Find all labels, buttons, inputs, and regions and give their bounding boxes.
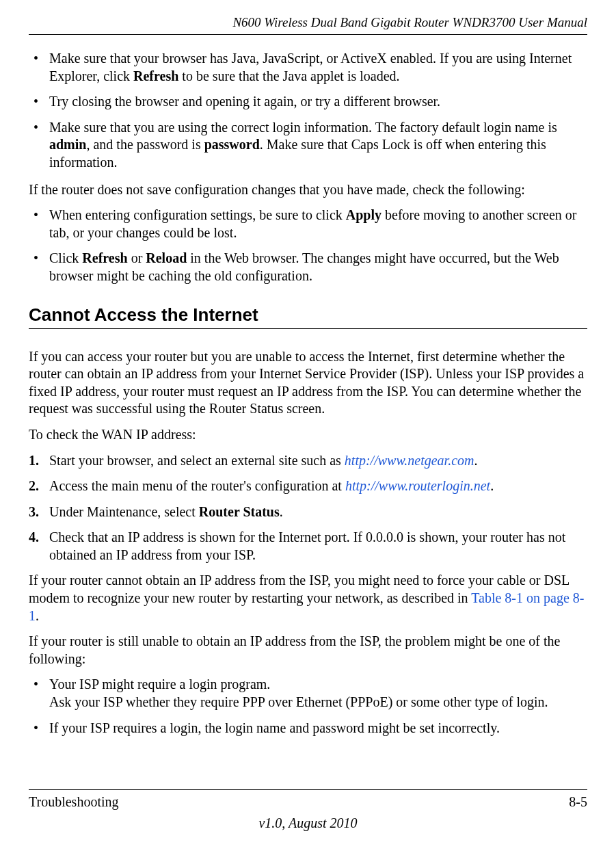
text: When entering configuration settings, be…: [49, 207, 346, 222]
bullet-item: Try closing the browser and opening it a…: [29, 93, 587, 111]
step-number: 3.: [29, 503, 39, 521]
paragraph: If you can access your router but you ar…: [29, 348, 587, 418]
bullet-list-3: Your ISP might require a login program. …: [29, 676, 587, 737]
bold-text: Router Status: [199, 504, 280, 519]
text: .: [490, 478, 494, 493]
page-footer: Troubleshooting 8-5 v1.0, August 2010: [29, 789, 587, 831]
footer-version: v1.0, August 2010: [29, 815, 587, 831]
bold-text: admin: [49, 137, 86, 152]
text: Your ISP might require a login program.: [49, 677, 270, 692]
text: Ask your ISP whether they require PPP ov…: [49, 694, 548, 709]
section-heading: Cannot Access the Internet: [29, 304, 587, 326]
step-number: 1.: [29, 452, 39, 470]
header-title: N600 Wireless Dual Band Gigabit Router W…: [29, 15, 587, 30]
bullet-item: Your ISP might require a login program. …: [29, 676, 587, 711]
header-divider: [29, 34, 587, 35]
bullet-item: If your ISP requires a login, the login …: [29, 720, 587, 737]
bold-text: Reload: [146, 250, 187, 265]
text: Under Maintenance, select: [49, 504, 199, 519]
bold-text: Refresh: [133, 68, 178, 83]
bullet-list-1: Make sure that your browser has Java, Ja…: [29, 50, 587, 172]
list-item: 1. Start your browser, and select an ext…: [29, 452, 587, 470]
text: Access the main menu of the router's con…: [49, 478, 345, 493]
bullet-list-2: When entering configuration settings, be…: [29, 207, 587, 285]
text: .: [280, 504, 283, 519]
paragraph: To check the WAN IP address:: [29, 426, 587, 444]
footer-chapter: Troubleshooting: [29, 794, 119, 810]
text: Start your browser, and select an extern…: [49, 453, 345, 468]
hyperlink[interactable]: http://www.routerlogin.net: [345, 478, 490, 493]
text: .: [474, 453, 477, 468]
text: Make sure that you are using the correct…: [49, 120, 557, 135]
text: .: [36, 608, 39, 623]
step-number: 2.: [29, 477, 39, 495]
paragraph: If your router is still unable to obtain…: [29, 633, 587, 668]
bullet-item: When entering configuration settings, be…: [29, 207, 587, 241]
text: to be sure that the Java applet is loade…: [178, 68, 399, 83]
step-number: 4.: [29, 529, 39, 547]
list-item: 3. Under Maintenance, select Router Stat…: [29, 503, 587, 521]
section-divider: [29, 328, 587, 329]
text: or: [128, 250, 146, 265]
list-item: 2. Access the main menu of the router's …: [29, 477, 587, 495]
list-item: 4. Check that an IP address is shown for…: [29, 529, 587, 564]
text: Click: [49, 250, 82, 265]
text: , and the password is: [86, 137, 204, 152]
footer-page-number: 8-5: [569, 794, 587, 810]
numbered-list: 1. Start your browser, and select an ext…: [29, 452, 587, 564]
paragraph: If the router does not save configuratio…: [29, 181, 587, 199]
text: If your ISP requires a login, the login …: [49, 720, 500, 735]
bullet-item: Make sure that your browser has Java, Ja…: [29, 50, 587, 85]
hyperlink[interactable]: http://www.netgear.com: [345, 453, 474, 468]
bold-text: password: [204, 137, 260, 152]
paragraph: If your router cannot obtain an IP addre…: [29, 572, 587, 625]
bullet-item: Click Refresh or Reload in the Web brows…: [29, 250, 587, 285]
text: Check that an IP address is shown for th…: [49, 529, 565, 562]
text: Try closing the browser and opening it a…: [49, 94, 440, 109]
bold-text: Refresh: [82, 250, 127, 265]
bold-text: Apply: [346, 207, 381, 222]
bullet-item: Make sure that you are using the correct…: [29, 119, 587, 172]
footer-divider: [29, 789, 587, 790]
